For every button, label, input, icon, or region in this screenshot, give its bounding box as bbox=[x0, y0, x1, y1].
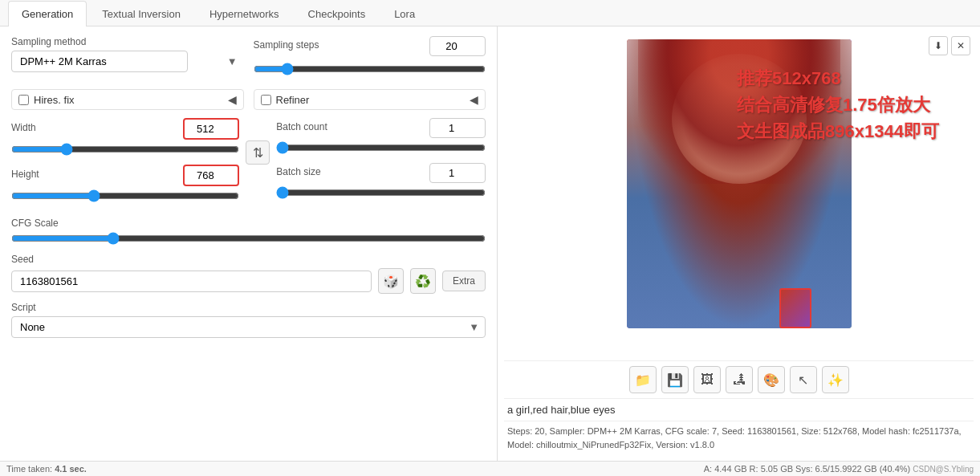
batch-count-slider[interactable] bbox=[276, 141, 486, 154]
image-toolbar: 📁 💾 🖼 🏞 🎨 ↖ ✨ bbox=[504, 360, 974, 399]
script-label: Script bbox=[11, 302, 486, 313]
prompt-display: a girl,red hair,blue eyes bbox=[504, 399, 974, 421]
result-thumbnail[interactable] bbox=[779, 288, 811, 328]
width-row: Width bbox=[11, 118, 239, 158]
width-label: Width bbox=[11, 122, 36, 133]
hires-section: Hires. fix ◀ bbox=[11, 89, 244, 110]
footer-bar: Time taken: 4.1 sec. A: 4.44 GB R: 5.05 … bbox=[0, 461, 980, 476]
hires-checkbox-row: Hires. fix bbox=[18, 94, 75, 106]
batch-size-label: Batch size bbox=[276, 166, 320, 177]
overlay-line-2: 结合高清修复1.75倍放大 bbox=[737, 92, 939, 118]
sampling-steps-label: Sampling steps bbox=[254, 39, 319, 51]
vram-sys-label: Sys: bbox=[795, 464, 812, 474]
cfg-label: CFG Scale bbox=[11, 218, 486, 229]
sampling-method-label: Sampling method bbox=[11, 36, 244, 47]
height-input[interactable] bbox=[183, 165, 239, 186]
refiner-checkbox[interactable] bbox=[261, 95, 271, 105]
image-area: ⬇ ✕ 推荐512x768 结合高清 bbox=[504, 33, 974, 360]
download-image-button[interactable]: ⬇ bbox=[929, 36, 948, 55]
script-select[interactable]: None bbox=[11, 316, 486, 338]
batch-size-slider[interactable] bbox=[276, 186, 486, 199]
vram-r-value: 5.05 GB bbox=[761, 464, 793, 474]
watermark: CSDN@S.Ybling bbox=[913, 465, 974, 474]
swap-btn-container: ⇅ bbox=[246, 118, 270, 165]
seed-input[interactable] bbox=[11, 271, 372, 292]
script-section: Script None ▼ bbox=[11, 302, 486, 338]
batch-count-label: Batch count bbox=[276, 121, 327, 132]
refiner-checkbox-row: Refiner bbox=[261, 94, 310, 106]
height-row: Height bbox=[11, 165, 239, 205]
time-label: Time taken: bbox=[6, 464, 52, 474]
batch-section: Batch count Batch size bbox=[276, 118, 486, 208]
tab-checkpoints[interactable]: Checkpoints bbox=[295, 1, 380, 26]
overlay-line-3: 文生图成品896x1344即可 bbox=[737, 118, 939, 144]
seed-section: Seed 🎲 ♻️ Extra bbox=[11, 254, 486, 294]
tabs-bar: Generation Textual Inversion Hypernetwor… bbox=[0, 0, 980, 26]
vram-a-label: A: bbox=[704, 464, 712, 474]
refiner-section: Refiner ◀ bbox=[254, 89, 486, 110]
sampling-method-select[interactable]: DPM++ 2M Karras bbox=[11, 51, 188, 72]
sampling-method-arrow-icon: ▼ bbox=[227, 55, 238, 67]
tab-textual-inversion[interactable]: Textual Inversion bbox=[88, 1, 194, 26]
vram-info: A: 4.44 GB R: 5.05 GB Sys: 6.5/15.9922 G… bbox=[704, 464, 974, 474]
wh-section: Width Height bbox=[11, 118, 239, 211]
refiner-collapse-icon[interactable]: ◀ bbox=[470, 93, 478, 106]
vram-a-value: 4.44 GB bbox=[714, 464, 746, 474]
script-select-wrapper: None ▼ bbox=[11, 316, 486, 338]
sampling-method-wrapper: DPM++ 2M Karras ▼ bbox=[11, 51, 244, 72]
close-image-button[interactable]: ✕ bbox=[951, 36, 970, 55]
height-slider[interactable] bbox=[11, 189, 239, 202]
refiner-label: Refiner bbox=[276, 94, 310, 106]
paint-button[interactable]: 🎨 bbox=[758, 366, 785, 393]
gallery-button[interactable]: 🏞 bbox=[726, 366, 753, 393]
seed-dice-button[interactable]: 🎲 bbox=[378, 268, 404, 294]
seed-row: 🎲 ♻️ Extra bbox=[11, 268, 486, 294]
batch-size-row: Batch size bbox=[276, 163, 486, 201]
vram-r-label: R: bbox=[750, 464, 758, 474]
hires-collapse-icon[interactable]: ◀ bbox=[228, 93, 237, 106]
time-value: 4.1 sec. bbox=[55, 464, 87, 474]
width-slider[interactable] bbox=[11, 143, 239, 156]
tab-lora[interactable]: Lora bbox=[380, 1, 429, 26]
batch-count-row: Batch count bbox=[276, 118, 486, 157]
seed-extra-button[interactable]: Extra bbox=[442, 271, 486, 291]
overlay-line-1: 推荐512x768 bbox=[737, 65, 939, 92]
tab-hypernetworks[interactable]: Hypernetworks bbox=[196, 1, 293, 26]
seed-recycle-button[interactable]: ♻️ bbox=[410, 268, 436, 294]
tab-generation[interactable]: Generation bbox=[8, 1, 87, 26]
star-button[interactable]: ✨ bbox=[822, 366, 849, 393]
folder-button[interactable]: 📁 bbox=[629, 366, 657, 393]
height-label: Height bbox=[11, 169, 39, 180]
cfg-section: CFG Scale bbox=[11, 218, 486, 247]
vram-sys-value: 6.5/15.9922 GB (40.4%) bbox=[815, 464, 911, 474]
swap-dimensions-button[interactable]: ⇅ bbox=[246, 140, 270, 165]
sampling-steps-input[interactable] bbox=[429, 36, 486, 56]
left-panel: Sampling method DPM++ 2M Karras ▼ Sampli… bbox=[0, 26, 498, 461]
right-panel: ⬇ ✕ 推荐512x768 结合高清 bbox=[498, 26, 980, 461]
cursor-button[interactable]: ↖ bbox=[790, 366, 817, 393]
overlay-text: 推荐512x768 结合高清修复1.75倍放大 文生图成品896x1344即可 bbox=[737, 65, 939, 144]
width-input[interactable] bbox=[183, 118, 239, 140]
image-controls: ⬇ ✕ bbox=[929, 36, 970, 55]
seed-label: Seed bbox=[11, 254, 486, 265]
batch-count-input[interactable] bbox=[429, 118, 486, 138]
save-button[interactable]: 💾 bbox=[661, 366, 689, 393]
hires-label: Hires. fix bbox=[34, 94, 75, 106]
copy-button[interactable]: 🖼 bbox=[693, 366, 721, 393]
cfg-slider[interactable] bbox=[11, 232, 486, 245]
main-content: Sampling method DPM++ 2M Karras ▼ Sampli… bbox=[0, 26, 980, 461]
time-taken: Time taken: 4.1 sec. bbox=[6, 464, 87, 474]
sampling-steps-slider[interactable] bbox=[254, 63, 486, 75]
hires-checkbox[interactable] bbox=[18, 95, 29, 105]
meta-info: Steps: 20, Sampler: DPM++ 2M Karras, CFG… bbox=[504, 421, 974, 454]
batch-size-input[interactable] bbox=[429, 163, 486, 183]
